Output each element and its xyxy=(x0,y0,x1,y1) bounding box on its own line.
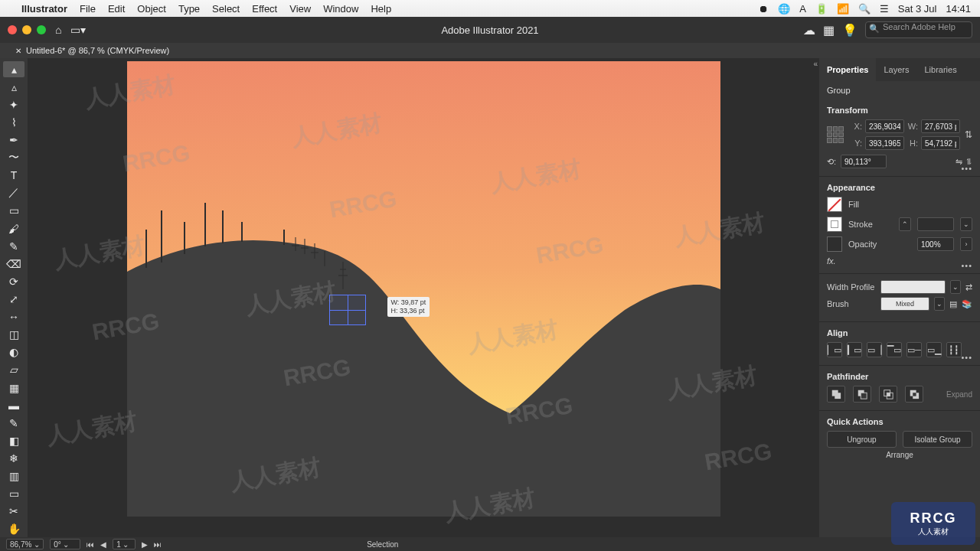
pf-expand-button[interactable]: Expand xyxy=(946,390,972,399)
appearance-more-icon[interactable]: ••• xyxy=(961,261,972,270)
menu-select[interactable]: Select xyxy=(212,3,240,15)
sync-icon[interactable]: ☁ xyxy=(803,23,815,37)
brush-lib-icon[interactable]: 📚 xyxy=(962,299,972,309)
fx-label[interactable]: fx. xyxy=(827,256,972,266)
qa-isolate-button[interactable]: Isolate Group xyxy=(903,431,972,448)
menu-type[interactable]: Type xyxy=(178,3,200,15)
slice-tool[interactable]: ✂ xyxy=(3,504,24,520)
pf-exclude-button[interactable] xyxy=(905,386,923,403)
search-help-input[interactable]: Search Adobe Help xyxy=(865,21,972,38)
brush-combo[interactable]: Mixed xyxy=(880,297,929,311)
close-tab-icon[interactable]: ✕ xyxy=(15,47,21,55)
rotate-view-field[interactable]: 0° ⌄ xyxy=(50,539,80,549)
stroke-weight-field[interactable] xyxy=(917,217,954,231)
home-icon[interactable]: ⌂ xyxy=(55,24,61,36)
rectangle-tool[interactable]: ▭ xyxy=(3,203,24,219)
menu-date[interactable]: Sat 3 Jul xyxy=(898,3,937,15)
qa-arrange-link[interactable]: Arrange xyxy=(827,451,972,459)
opacity-swatch[interactable] xyxy=(827,236,842,252)
artboard[interactable]: W: 39,87 pt H: 33,36 pt xyxy=(127,61,720,517)
pf-unite-button[interactable] xyxy=(827,386,845,403)
blend-tool[interactable]: ◧ xyxy=(3,432,24,448)
stroke-swatch[interactable] xyxy=(827,217,842,232)
tab-properties[interactable]: Properties xyxy=(819,58,876,81)
artboard-nav-prev[interactable]: ◀ xyxy=(100,540,106,549)
artboard-index-field[interactable]: 1 ⌄ xyxy=(113,539,136,549)
menu-effect[interactable]: Effect xyxy=(252,3,277,15)
artboard-nav-next[interactable]: ▶ xyxy=(142,540,148,549)
transform-more-icon[interactable]: ••• xyxy=(961,164,972,173)
opacity-dropdown[interactable]: › xyxy=(960,237,972,251)
pen-tool[interactable]: ✒ xyxy=(3,132,24,148)
width-profile-combo[interactable] xyxy=(880,280,946,294)
brush-options-icon[interactable]: ▤ xyxy=(949,299,957,309)
link-wh-icon[interactable]: ⇅ xyxy=(965,129,972,140)
type-tool[interactable]: T xyxy=(3,168,24,184)
workspace-switcher[interactable]: ▭▾ xyxy=(70,24,86,36)
pf-intersect-button[interactable] xyxy=(879,386,897,403)
width-tool[interactable]: ↔ xyxy=(3,309,24,325)
eyedropper-tool[interactable]: ✎ xyxy=(3,415,24,431)
menu-file[interactable]: File xyxy=(80,3,96,15)
reference-point[interactable] xyxy=(827,126,844,143)
align-right-button[interactable]: ▭▕ xyxy=(867,342,882,357)
stroke-weight-dropdown[interactable]: ⌄ xyxy=(960,217,972,231)
eraser-tool[interactable]: ⌫ xyxy=(3,256,24,272)
column-graph-tool[interactable]: ▥ xyxy=(3,468,24,484)
h-field[interactable] xyxy=(921,136,960,150)
distribute-button[interactable]: ┇┇ xyxy=(946,342,962,357)
hand-tool[interactable]: ✋ xyxy=(3,521,24,537)
direct-selection-tool[interactable]: ▵ xyxy=(3,79,24,95)
canvas[interactable]: « xyxy=(28,58,819,537)
stroke-weight-stepper[interactable]: ⌃ xyxy=(899,217,911,231)
w-field[interactable] xyxy=(921,119,960,133)
artboard-nav-first[interactable]: ⏮ xyxy=(87,540,94,549)
lasso-tool[interactable]: ⌇ xyxy=(3,114,24,130)
brush-caret[interactable]: ⌄ xyxy=(934,297,945,311)
fill-swatch[interactable] xyxy=(827,197,842,212)
arrange-docs-icon[interactable]: ▦ xyxy=(823,23,835,37)
selection-bounding-box[interactable] xyxy=(329,295,366,325)
scale-tool[interactable]: ⤢ xyxy=(3,291,24,307)
align-top-button[interactable]: ▔▭ xyxy=(887,342,902,357)
qa-ungroup-button[interactable]: Ungroup xyxy=(827,431,897,448)
tab-layers[interactable]: Layers xyxy=(876,58,916,81)
free-transform-tool[interactable]: ◫ xyxy=(3,327,24,343)
pf-minus-front-button[interactable] xyxy=(853,386,871,403)
control-center-icon[interactable]: ☰ xyxy=(880,3,889,15)
paintbrush-tool[interactable]: 🖌 xyxy=(3,220,24,236)
rotate-tool[interactable]: ⟳ xyxy=(3,273,24,289)
mesh-tool[interactable]: ▦ xyxy=(3,380,24,396)
search-sys-icon[interactable]: 🔍 xyxy=(858,3,871,15)
screen-record-icon[interactable]: ⏺ xyxy=(759,3,769,15)
gradient-tool[interactable]: ▬ xyxy=(3,397,24,413)
align-bottom-button[interactable]: ▭▁ xyxy=(926,342,942,357)
artboard-tool[interactable]: ▭ xyxy=(3,486,24,502)
artboard-nav-arrow[interactable]: « xyxy=(813,60,818,68)
keyboard-icon[interactable]: A xyxy=(799,3,806,15)
rotate-field[interactable] xyxy=(841,155,887,168)
app-menu[interactable]: Illustrator xyxy=(21,3,67,15)
menu-edit[interactable]: Edit xyxy=(108,3,125,15)
menu-window[interactable]: Window xyxy=(323,3,358,15)
close-window-button[interactable] xyxy=(8,25,17,34)
tab-libraries[interactable]: Libraries xyxy=(916,58,964,81)
discover-icon[interactable]: 💡 xyxy=(842,23,858,37)
symbol-sprayer-tool[interactable]: ❄ xyxy=(3,450,24,466)
shape-builder-tool[interactable]: ◐ xyxy=(3,344,24,360)
magic-wand-tool[interactable]: ✦ xyxy=(3,96,24,112)
flip-profile-icon[interactable]: ⇄ xyxy=(965,282,972,292)
line-tool[interactable]: ／ xyxy=(3,185,24,201)
menu-view[interactable]: View xyxy=(289,3,311,15)
selection-tool[interactable]: ▴ xyxy=(3,61,24,77)
align-hcenter-button[interactable]: ▎▭ xyxy=(847,342,862,357)
zoom-window-button[interactable] xyxy=(37,25,46,34)
y-field[interactable] xyxy=(865,136,904,150)
battery-icon[interactable]: 🔋 xyxy=(815,3,828,15)
align-vcenter-button[interactable]: ▭─ xyxy=(906,342,922,357)
menu-time[interactable]: 14:41 xyxy=(946,3,971,15)
curvature-tool[interactable]: 〜 xyxy=(3,150,24,166)
artboard-nav-last[interactable]: ⏭ xyxy=(154,540,162,549)
wifi-icon[interactable]: 📶 xyxy=(837,3,849,15)
opacity-field[interactable] xyxy=(917,237,954,251)
